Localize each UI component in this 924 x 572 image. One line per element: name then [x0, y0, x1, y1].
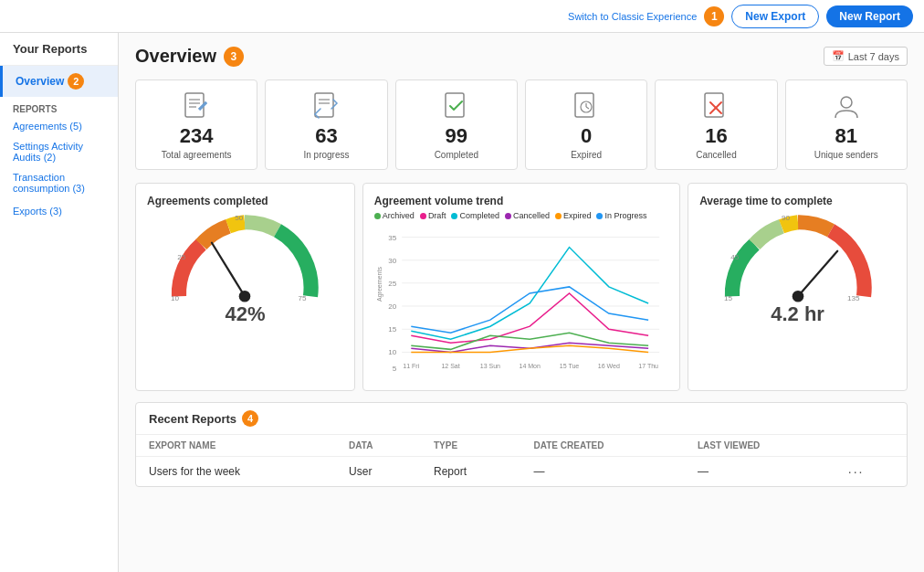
- svg-text:30: 30: [388, 257, 396, 265]
- sidebar-item-overview[interactable]: Overview 2: [0, 66, 118, 97]
- svg-line-47: [798, 251, 837, 297]
- badge-2: 2: [68, 73, 84, 90]
- stat-card-completed: 99 Completed: [395, 79, 518, 170]
- col-last-viewed: Last Viewed: [685, 435, 835, 457]
- main-content: Overview 3 📅 Last 7 days 234 Total agree…: [119, 33, 924, 572]
- report-date-created: —: [521, 457, 685, 487]
- date-filter-label: Last 7 days: [848, 51, 899, 62]
- new-export-button[interactable]: New Export: [731, 5, 819, 28]
- gauge-card-2: Average time to complete 15 135 90 45: [688, 183, 908, 391]
- col-type: Type: [421, 435, 521, 457]
- recent-reports-title: Recent Reports: [149, 412, 236, 426]
- sidebar-item-settings-activity[interactable]: Settings Activity Audits (2): [0, 136, 118, 167]
- svg-text:10: 10: [171, 294, 179, 302]
- svg-text:15: 15: [388, 325, 396, 334]
- svg-line-11: [586, 107, 589, 109]
- report-last-viewed: —: [685, 457, 835, 487]
- stat-label-total: Total agreements: [162, 150, 232, 160]
- stat-number-cancelled: 16: [705, 124, 727, 148]
- stat-card-senders: 81 Unique senders: [785, 79, 908, 170]
- stat-card-inprogress: 63 In progress: [265, 79, 387, 170]
- stat-card-expired: 0 Expired: [525, 79, 647, 170]
- report-more-button[interactable]: ···: [835, 457, 907, 487]
- report-data: User: [336, 457, 421, 487]
- report-type: Report: [421, 457, 521, 487]
- svg-text:50: 50: [236, 214, 244, 222]
- svg-text:14 Mon: 14 Mon: [519, 363, 541, 369]
- stat-card-cancelled: 16 Cancelled: [655, 79, 777, 170]
- line-chart-title: Agreement volume trend: [374, 195, 668, 207]
- svg-text:75: 75: [299, 294, 307, 302]
- gauge-card-1: Agreements completed: [135, 183, 355, 391]
- badge-4: 4: [242, 410, 258, 427]
- stat-number-expired: 0: [581, 124, 592, 148]
- svg-text:20: 20: [388, 302, 396, 311]
- expired-icon: [570, 90, 603, 124]
- calendar-icon: 📅: [832, 50, 845, 62]
- col-date-created: Date Created: [521, 435, 685, 457]
- legend-item-archived: Archived: [374, 211, 415, 220]
- new-report-button[interactable]: New Report: [826, 5, 913, 27]
- svg-text:Agreements: Agreements: [376, 267, 383, 302]
- switch-classic-link[interactable]: Switch to Classic Experience: [568, 11, 697, 22]
- svg-rect-0: [185, 93, 204, 117]
- svg-text:45: 45: [730, 253, 739, 261]
- stat-card-total: 234 Total agreements: [135, 79, 257, 170]
- svg-text:90: 90: [782, 214, 790, 222]
- total-icon: [180, 90, 213, 124]
- cancelled-icon: [699, 90, 732, 124]
- stat-number-completed: 99: [446, 124, 467, 148]
- your-reports-title: Your Reports: [0, 33, 118, 66]
- svg-text:12 Sat: 12 Sat: [441, 363, 459, 369]
- legend-item-inprogress: In Progress: [596, 211, 646, 220]
- sidebar-item-exports[interactable]: Exports (3): [0, 198, 118, 224]
- stat-label-inprogress: In progress: [303, 150, 349, 160]
- gauge2-title: Average time to complete: [699, 195, 833, 207]
- legend-item-draft: Draft: [420, 211, 446, 220]
- stat-number-total: 234: [180, 124, 214, 148]
- sidebar-reports-section: REPORTS: [0, 97, 118, 116]
- completed-icon: [440, 90, 473, 124]
- date-filter[interactable]: 📅 Last 7 days: [824, 47, 908, 66]
- sidebar-item-agreements[interactable]: Agreements (5): [0, 116, 118, 136]
- legend-item-completed: Completed: [451, 211, 499, 220]
- svg-rect-8: [575, 93, 593, 117]
- svg-text:15: 15: [724, 294, 732, 302]
- svg-rect-4: [315, 93, 333, 117]
- svg-point-15: [841, 97, 852, 108]
- svg-text:15 Tue: 15 Tue: [560, 363, 580, 369]
- stat-label-completed: Completed: [435, 150, 478, 160]
- col-export-name: Export Name: [136, 435, 336, 457]
- svg-text:16 Wed: 16 Wed: [598, 363, 620, 369]
- legend-item-cancelled: Cancelled: [505, 211, 550, 220]
- svg-text:25: 25: [178, 253, 186, 261]
- svg-point-21: [239, 291, 251, 302]
- stat-label-cancelled: Cancelled: [696, 150, 736, 160]
- svg-text:135: 135: [847, 294, 860, 302]
- overview-label: Overview: [16, 75, 64, 88]
- page-title: Overview: [135, 46, 216, 67]
- inprogress-icon: [310, 90, 342, 124]
- stat-number-inprogress: 63: [315, 124, 337, 148]
- stat-label-expired: Expired: [571, 150, 602, 160]
- line-chart-svg: 35 30 25 20 15 10 5 11 Fri 12 Sat 13 Sun…: [374, 224, 668, 379]
- recent-reports-table: Export Name Data Type Date Created Last …: [136, 435, 907, 486]
- svg-text:11 Fri: 11 Fri: [403, 363, 419, 369]
- gauge1-title: Agreements completed: [147, 195, 268, 207]
- line-chart-card: Agreement volume trend Archived Draft Co…: [362, 183, 680, 391]
- col-actions: [835, 435, 907, 457]
- badge-3: 3: [224, 47, 244, 67]
- stat-number-senders: 81: [835, 124, 857, 148]
- sidebar-item-transaction[interactable]: Transaction consumption (3): [0, 167, 118, 198]
- stat-label-senders: Unique senders: [814, 150, 878, 160]
- svg-text:35: 35: [388, 234, 396, 242]
- badge-1: 1: [704, 6, 724, 26]
- sidebar: Your Reports Overview 2 REPORTS Agreemen…: [0, 33, 119, 572]
- svg-point-48: [792, 291, 803, 302]
- svg-rect-7: [446, 93, 464, 117]
- svg-line-20: [212, 243, 245, 297]
- recent-reports-card: Recent Reports 4 Export Name Data Type D…: [135, 402, 908, 487]
- svg-text:25: 25: [388, 280, 396, 288]
- legend-item-expired: Expired: [555, 211, 592, 220]
- table-row: Users for the week User Report — — ···: [136, 457, 907, 487]
